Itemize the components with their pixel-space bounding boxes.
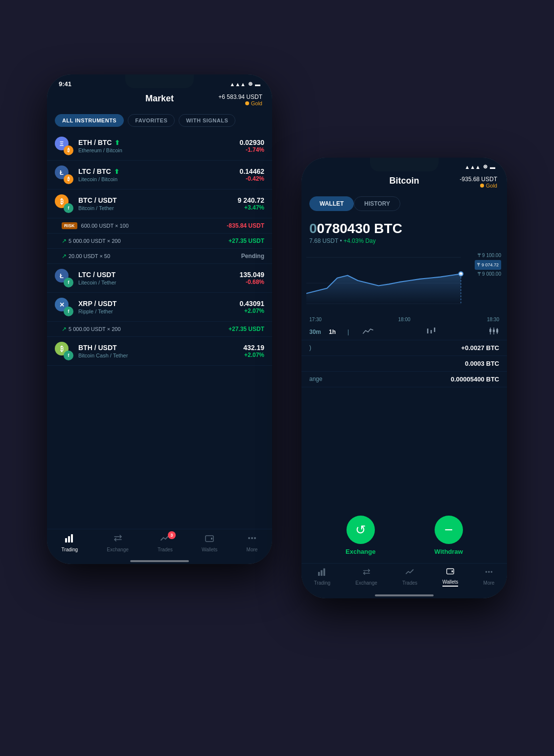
more-icon-left (247, 533, 257, 545)
xrp-usdt-price: 0.43091 +2.07% (239, 300, 264, 314)
trade-arrow-2: ↗ (62, 237, 67, 244)
chart-type-bar[interactable] (426, 327, 437, 337)
right-wallets-icon (446, 567, 455, 578)
gold-dot-left (245, 101, 249, 105)
market-item-eth-btc[interactable]: Ξ ₿ ETH / BTC ⬆ Ethereum / Bitcoin 0.029… (47, 132, 272, 161)
nav-exchange-label: Exchange (107, 547, 128, 552)
left-header: Market +6 583.94 USDT Gold (47, 90, 272, 111)
right-header-title: Bitcoin (358, 176, 451, 186)
right-nav-trading[interactable]: Trading (314, 567, 331, 586)
right-header: Bitcoin -935.68 USDT Gold (301, 172, 507, 193)
svg-rect-0 (65, 538, 67, 543)
exchange-circle: ↺ (346, 516, 375, 544)
svg-rect-18 (489, 329, 491, 332)
time-1h[interactable]: 1h (329, 329, 336, 335)
btc-amount-section: 00780430 BTC 7.68 USDT • +4.03% Day (301, 216, 507, 246)
left-notch (125, 74, 194, 88)
tab-with-signals[interactable]: WITH SIGNALS (179, 114, 235, 127)
svg-rect-1 (68, 536, 70, 543)
market-item-btc-usdt[interactable]: ₿ f BTC / USDT Bitcoin / Tether 9 240.72… (47, 189, 272, 218)
trade-row-risk[interactable]: RISK 600.00 USDT × 100 -835.84 USDT (47, 218, 272, 234)
withdraw-button[interactable]: − Withdraw (435, 516, 463, 555)
ltc-btc-name: Litecoin / Bitcoin (78, 176, 239, 182)
tab-favorites[interactable]: FAVORITES (128, 114, 175, 127)
trade-row-2[interactable]: ↗ 5 000.00 USDT × 200 +27.35 USDT (47, 234, 272, 249)
right-exchange-icon (362, 567, 371, 579)
svg-rect-2 (71, 534, 73, 543)
right-nav-wallets-label: Wallets (442, 579, 458, 585)
trade-amount-3: 20.00 USDT × 50 (69, 253, 241, 259)
ltc-usdt-info: LTC / USDT Litecoin / Tether (78, 271, 239, 285)
stat-value-1: +0.0027 BTC (461, 344, 499, 352)
right-signal-icon: ▲▲▲ (464, 164, 481, 170)
market-item-ltc-usdt[interactable]: Ł f LTC / USDT Litecoin / Tether 135.049… (47, 264, 272, 293)
xrp-usdt-name: Ripple / Tether (78, 308, 239, 314)
trade-row-3[interactable]: ↗ 20.00 USDT × 50 Pending (47, 249, 272, 264)
chart-times: 17:30 18:00 18:30 (301, 315, 507, 324)
chart-type-line[interactable] (363, 327, 373, 337)
btc-usdt-info: BTC / USDT Bitcoin / Tether (78, 196, 238, 211)
chart-time-3: 18:30 (487, 317, 499, 322)
eth-btc-price: 0.02930 -1.74% (239, 139, 264, 153)
right-nav-trades[interactable]: Trades (402, 567, 417, 586)
market-item-xrp-usdt[interactable]: ✕ f XRP / USDT Ripple / Tether 0.43091 +… (47, 293, 272, 322)
left-bottom-nav: Trading Exchange 3 Trades (47, 529, 272, 560)
time-30m[interactable]: 30m (309, 329, 321, 335)
tab-history[interactable]: HISTORY (354, 196, 400, 211)
right-notch (370, 158, 439, 171)
nav-more-left[interactable]: More (247, 533, 258, 552)
eth-btc-name: Ethereum / Bitcoin (78, 147, 239, 153)
chart-time-1: 17:30 (309, 317, 322, 322)
trade-value-xrp: +27.35 USDT (229, 326, 264, 332)
market-item-bth-usdt[interactable]: ₿ f BTH / USDT Bitcoin Cash / Tether 432… (47, 337, 272, 366)
right-spacer (301, 387, 507, 508)
right-nav-wallets[interactable]: Wallets (442, 567, 458, 587)
chart-time-2: 18:00 (398, 317, 410, 322)
svg-point-5 (248, 537, 250, 539)
nav-trades-label: Trades (158, 547, 173, 552)
right-nav-exchange[interactable]: Exchange (355, 567, 377, 586)
right-status-icons: ▲▲▲ ⊛ ▬ (464, 164, 495, 170)
risk-badge: RISK (62, 222, 77, 229)
gold-dot-right (480, 184, 484, 188)
nav-trading[interactable]: Trading (62, 533, 78, 552)
btc-usdt-name: Bitcoin / Tether (78, 205, 238, 211)
trading-icon (65, 533, 74, 545)
wallets-icon (205, 533, 214, 545)
right-header-gold: Gold (451, 183, 497, 189)
exchange-button[interactable]: ↺ Exchange (346, 516, 375, 555)
chart-type-candle[interactable] (488, 327, 499, 337)
ltc-usdt-pair: LTC / USDT (78, 271, 239, 279)
ltc-btc-signal: ⬆ (114, 168, 119, 175)
trade-row-xrp[interactable]: ↗ 5 000.00 USDT × 200 +27.35 USDT (47, 322, 272, 337)
nav-wallets-label: Wallets (202, 547, 217, 552)
eth-btc-pair: ETH / BTC ⬆ (78, 139, 239, 146)
left-header-balance: +6 583.94 USDT (211, 94, 262, 100)
nav-wallets[interactable]: Wallets (202, 533, 217, 552)
bth-usdt-pair: BTH / USDT (78, 344, 243, 352)
svg-point-30 (491, 571, 493, 573)
svg-point-29 (488, 571, 490, 573)
action-buttons: ↺ Exchange − Withdraw (301, 508, 507, 563)
svg-rect-24 (321, 570, 323, 576)
right-header-balance: -935.68 USDT (451, 176, 497, 183)
market-item-ltc-btc[interactable]: Ł ₿ LTC / BTC ⬆ Litecoin / Bitcoin 0.144… (47, 161, 272, 189)
eth-btc-info: ETH / BTC ⬆ Ethereum / Bitcoin (78, 139, 239, 153)
right-nav-more[interactable]: More (484, 567, 495, 586)
battery-icon: ▬ (255, 81, 260, 87)
withdraw-circle: − (435, 516, 463, 544)
exchange-label: Exchange (346, 548, 375, 555)
left-home-indicator (130, 560, 189, 562)
right-more-icon (485, 567, 493, 579)
bth-usdt-info: BTH / USDT Bitcoin Cash / Tether (78, 344, 243, 358)
tab-all-instruments[interactable]: ALL INSTRUMENTS (55, 114, 124, 127)
trade-value-1: -835.84 USDT (227, 222, 264, 229)
nav-exchange[interactable]: Exchange (107, 533, 128, 552)
right-battery-icon: ▬ (490, 164, 495, 170)
nav-trades[interactable]: 3 Trades (158, 533, 173, 552)
tab-wallet[interactable]: WALLET (309, 196, 354, 211)
btc-usdt-pair: BTC / USDT (78, 196, 238, 204)
chart-labels: ₸ 9 100.00 ₸ 9 074.72 ₸ 9 000.00 (475, 251, 501, 279)
left-filter-tabs: ALL INSTRUMENTS FAVORITES WITH SIGNALS (47, 111, 272, 132)
stat-row-3: ange 0.00005400 BTC (301, 372, 507, 387)
